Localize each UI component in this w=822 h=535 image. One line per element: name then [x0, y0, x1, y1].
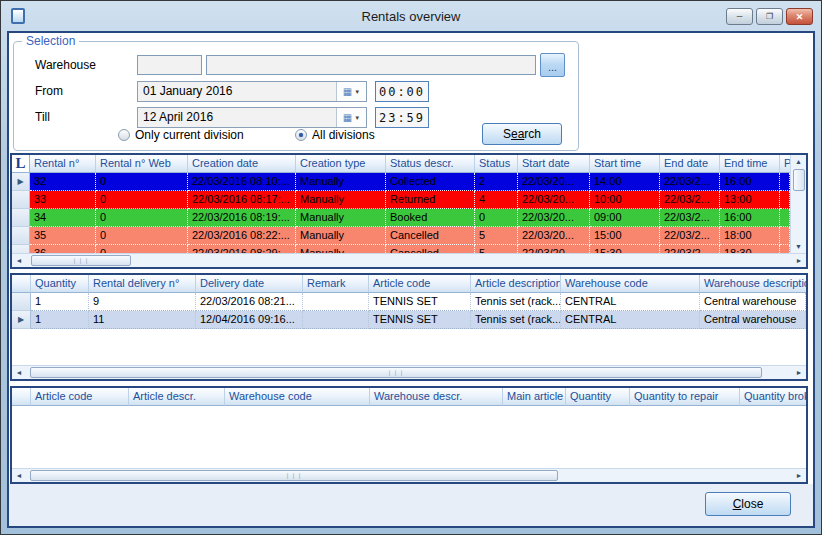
col-header-creation-type[interactable]: Creation type	[296, 155, 386, 173]
from-date-dropdown-button[interactable]: ▦ ▼	[336, 82, 366, 101]
cell-start-time[interactable]: 10:00	[590, 191, 660, 209]
close-window-button[interactable]: ✕	[786, 8, 813, 25]
radio-only-current-division[interactable]: Only current division	[118, 128, 244, 142]
cell-p[interactable]	[780, 191, 790, 209]
till-time-input[interactable]: 23:59	[375, 107, 429, 128]
cell-status[interactable]: 5	[475, 245, 518, 253]
cell-delivery-date[interactable]: 12/04/2016 09:16...	[196, 311, 303, 329]
cell-status[interactable]: 2	[475, 173, 518, 191]
cell-start-date[interactable]: 22/03/20...	[518, 245, 590, 253]
cell-creation-date[interactable]: 22/03/2016 08:19:...	[188, 209, 296, 227]
cell-rental-n-web[interactable]: 0	[96, 209, 188, 227]
cell-creation-type[interactable]: Manually	[296, 191, 386, 209]
scroll-left-icon[interactable]: ◄	[12, 254, 26, 267]
col-header-status[interactable]: Status	[475, 155, 518, 173]
from-time-input[interactable]: 00:00	[375, 81, 429, 102]
cell-rental-n[interactable]: 36	[30, 245, 96, 253]
cell-p[interactable]	[780, 209, 790, 227]
cell-start-time[interactable]: 14:00	[590, 173, 660, 191]
cell-remark[interactable]	[303, 311, 369, 329]
cell-p[interactable]	[780, 173, 790, 191]
cell-status[interactable]: 5	[475, 227, 518, 245]
row-selector-cell[interactable]: ▶	[12, 311, 31, 329]
cell-end-time[interactable]: 18:30	[720, 245, 780, 253]
scroll-right-icon[interactable]: ►	[792, 366, 806, 379]
cell-start-time[interactable]: 09:00	[590, 209, 660, 227]
cell-article-code[interactable]: TENNIS SET	[369, 293, 471, 311]
cell-start-date[interactable]: 22/03/20...	[518, 209, 590, 227]
cell-end-date[interactable]: 22/03/2...	[660, 227, 720, 245]
cell-rental-n[interactable]: 33	[30, 191, 96, 209]
cell-end-date[interactable]: 22/03/2...	[660, 209, 720, 227]
cell-delivery-date[interactable]: 22/03/2016 08:21...	[196, 293, 303, 311]
col-header-rental-n-web[interactable]: Rental n° Web	[96, 155, 188, 173]
rentals-horizontal-scrollbar[interactable]: ◄ ❘❘❘ ►	[12, 253, 806, 267]
cell-end-time[interactable]: 13:00	[720, 191, 780, 209]
row-selector-cell[interactable]	[12, 227, 30, 245]
restore-button[interactable]: ❐	[756, 8, 783, 25]
cell-article-description[interactable]: Tennis set (rack...	[471, 311, 561, 329]
col-header-article-code[interactable]: Article code	[31, 388, 129, 406]
col-header-rental-delivery-n[interactable]: Rental delivery n°	[89, 275, 196, 293]
col-header-creation-date[interactable]: Creation date	[188, 155, 296, 173]
cell-creation-type[interactable]: Manually	[296, 173, 386, 191]
col-header-status-descr[interactable]: Status descr.	[386, 155, 475, 173]
warehouse-browse-button[interactable]: ...	[540, 53, 565, 77]
table-row[interactable]: 35 0 22/03/2016 08:22:... Manually Cance…	[12, 227, 790, 245]
cell-end-date[interactable]: 22/03/2...	[660, 173, 720, 191]
articles-horizontal-scrollbar[interactable]: ◄ ❘❘❘ ►	[12, 468, 806, 482]
cell-rental-n-web[interactable]: 0	[96, 191, 188, 209]
scroll-left-icon[interactable]: ◄	[12, 366, 26, 379]
cell-status[interactable]: 0	[475, 209, 518, 227]
cell-article-description[interactable]: Tennis set (rack...	[471, 293, 561, 311]
col-header-start-time[interactable]: Start time	[590, 155, 660, 173]
cell-p[interactable]	[780, 245, 790, 253]
cell-rental-delivery-n[interactable]: 11	[89, 311, 196, 329]
cell-rental-n-web[interactable]: 0	[96, 173, 188, 191]
cell-end-time[interactable]: 18:00	[720, 227, 780, 245]
table-row[interactable]: ▶ 1 11 12/04/2016 09:16... TENNIS SET Te…	[12, 311, 806, 329]
table-row[interactable]: 1 9 22/03/2016 08:21... TENNIS SET Tenni…	[12, 293, 806, 311]
row-selector-cell[interactable]	[12, 191, 30, 209]
horizontal-scroll-thumb[interactable]: ❘❘❘	[30, 367, 762, 378]
col-header-rental-n[interactable]: Rental n°	[30, 155, 96, 173]
till-date-dropdown-button[interactable]: ▦ ▼	[336, 108, 366, 127]
cell-quantity[interactable]: 1	[31, 293, 89, 311]
cell-creation-type[interactable]: Manually	[296, 209, 386, 227]
titlebar[interactable]: Rentals overview ─ ❐ ✕	[1, 1, 821, 31]
vertical-scroll-thumb[interactable]	[793, 169, 805, 191]
col-header-p[interactable]: P	[780, 155, 790, 173]
scroll-right-icon[interactable]: ►	[792, 469, 806, 482]
scroll-right-icon[interactable]: ►	[792, 254, 806, 267]
cell-end-date[interactable]: 22/03/2...	[660, 245, 720, 253]
cell-rental-delivery-n[interactable]: 9	[89, 293, 196, 311]
cell-rental-n[interactable]: 35	[30, 227, 96, 245]
col-header-end-time[interactable]: End time	[720, 155, 780, 173]
cell-remark[interactable]	[303, 293, 369, 311]
cell-end-time[interactable]: 16:00	[720, 209, 780, 227]
deliveries-horizontal-scrollbar[interactable]: ◄ ❘❘❘ ►	[12, 365, 806, 379]
clipped-row[interactable]: 36 0 22/03/2016 08:29:... Manually Cance…	[12, 245, 790, 253]
cell-start-date[interactable]: 22/03/20...	[518, 173, 590, 191]
horizontal-scroll-thumb[interactable]: ❘❘❘	[30, 470, 558, 481]
warehouse-code-input[interactable]	[137, 55, 202, 75]
table-row[interactable]: 34 0 22/03/2016 08:19:... Manually Booke…	[12, 209, 790, 227]
cell-start-time[interactable]: 15:00	[590, 227, 660, 245]
col-header-quantity-broker[interactable]: Quantity broker	[740, 388, 806, 406]
row-selector-cell[interactable]	[12, 209, 30, 227]
cell-creation-date[interactable]: 22/03/2016 08:10:...	[188, 173, 296, 191]
cell-warehouse-description[interactable]: Central warehouse	[700, 311, 806, 329]
warehouse-name-input[interactable]	[206, 55, 536, 75]
cell-status-descr[interactable]: Cancelled	[386, 245, 475, 253]
table-row[interactable]: 33 0 22/03/2016 08:17:... Manually Retur…	[12, 191, 790, 209]
col-header-warehouse-code[interactable]: Warehouse code	[225, 388, 370, 406]
cell-rental-n[interactable]: 34	[30, 209, 96, 227]
col-header-article-description[interactable]: Article description	[471, 275, 561, 293]
cell-rental-n-web[interactable]: 0	[96, 227, 188, 245]
rentals-corner-header[interactable]: L	[12, 155, 30, 173]
col-header-end-date[interactable]: End date	[660, 155, 720, 173]
horizontal-scroll-thumb[interactable]: ❘❘❘	[31, 255, 131, 266]
col-header-delivery-date[interactable]: Delivery date	[196, 275, 303, 293]
cell-warehouse-code[interactable]: CENTRAL	[561, 293, 700, 311]
cell-p[interactable]	[780, 227, 790, 245]
